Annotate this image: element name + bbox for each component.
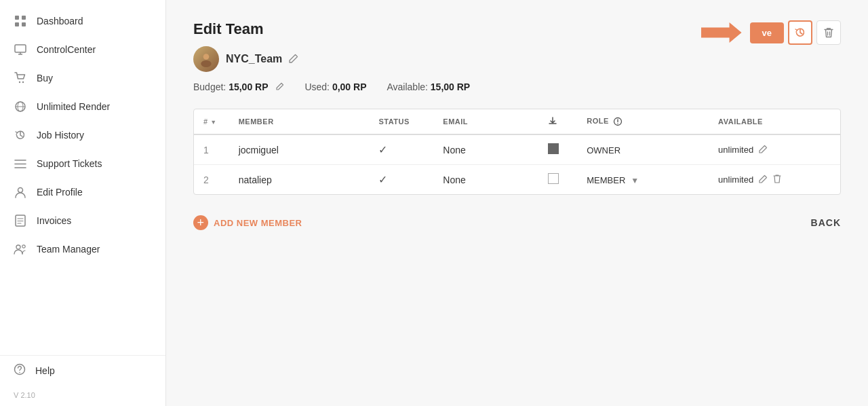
top-right-actions: ve xyxy=(701,20,841,45)
col-header-num[interactable]: # ▼ xyxy=(194,109,229,134)
budget-row: Budget: 15,00 RP Used: 0,00 RP Available… xyxy=(193,81,841,92)
row2-available: unlimited xyxy=(709,165,840,195)
svg-point-19 xyxy=(618,123,618,124)
row2-role-dropdown[interactable]: ▼ xyxy=(631,176,639,185)
sidebar-item-label-control-center: ControlCenter xyxy=(37,44,96,55)
sidebar: Dashboard ControlCenter Buy xyxy=(0,0,166,406)
row1-available-value: unlimited xyxy=(718,145,753,155)
history-btn-icon xyxy=(794,26,806,39)
row2-num: 2 xyxy=(194,165,229,195)
plus-circle-icon: + xyxy=(193,215,208,230)
used-value: 0,00 RP xyxy=(332,81,367,92)
team-avatar xyxy=(193,46,219,72)
col-header-email: EMAIL xyxy=(433,109,538,134)
table-header-row: # ▼ MEMBER STATUS EMAIL ROLE xyxy=(194,109,840,134)
list-icon xyxy=(14,157,27,170)
version-label: V 2.10 xyxy=(0,388,165,406)
svg-point-17 xyxy=(201,60,211,67)
row2-delete-icon[interactable] xyxy=(773,174,781,185)
add-member-button[interactable]: + ADD NEW MEMBER xyxy=(193,215,302,230)
used-label: Used: 0,00 RP xyxy=(304,81,366,92)
diamond-icon xyxy=(14,100,27,113)
save-button[interactable]: ve xyxy=(750,22,784,43)
back-button[interactable]: BACK xyxy=(811,217,841,228)
row2-status: ✓ xyxy=(369,165,433,195)
row1-color-box xyxy=(548,143,559,154)
svg-point-13 xyxy=(22,245,25,248)
sidebar-item-unlimited-render[interactable]: Unlimited Render xyxy=(0,92,165,121)
budget-label: Budget: 15,00 RP xyxy=(193,81,284,92)
team-icon xyxy=(14,242,27,256)
svg-point-6 xyxy=(22,81,24,83)
main-content: ve Edit Team NYC_Team xyxy=(166,0,868,406)
sidebar-item-team-manager[interactable]: Team Manager xyxy=(0,235,165,263)
svg-rect-0 xyxy=(15,16,19,20)
col-header-role: ROLE xyxy=(577,109,709,134)
sidebar-item-label-dashboard: Dashboard xyxy=(37,16,83,26)
history-button[interactable] xyxy=(788,20,812,45)
sidebar-item-control-center[interactable]: ControlCenter xyxy=(0,35,165,64)
row1-member: jocmiguel xyxy=(229,134,370,165)
row2-check-icon: ✓ xyxy=(378,174,387,185)
sidebar-item-label-team-manager: Team Manager xyxy=(37,244,100,255)
row2-role-label: MEMBER xyxy=(587,175,625,185)
row2-download xyxy=(538,165,577,195)
svg-rect-4 xyxy=(15,45,26,52)
row1-status: ✓ xyxy=(369,134,433,165)
team-name: NYC_Team xyxy=(226,53,282,65)
sidebar-item-label-edit-profile: Edit Profile xyxy=(37,187,83,198)
sidebar-item-support-tickets[interactable]: Support Tickets xyxy=(0,149,165,178)
col-header-download xyxy=(538,109,577,134)
sidebar-item-invoices[interactable]: Invoices xyxy=(0,206,165,235)
svg-rect-2 xyxy=(15,22,19,26)
sidebar-item-edit-profile[interactable]: Edit Profile xyxy=(0,178,165,206)
sidebar-item-label-buy: Buy xyxy=(37,73,53,84)
grid-icon xyxy=(14,14,27,28)
trash-icon xyxy=(824,27,833,38)
table-row: 2 nataliep ✓ None MEMBER ▼ xyxy=(194,165,840,195)
row1-download xyxy=(538,134,577,165)
svg-point-10 xyxy=(18,188,23,193)
row2-edit-icon[interactable] xyxy=(759,174,768,185)
sidebar-item-job-history[interactable]: Job History xyxy=(0,121,165,149)
person-icon xyxy=(14,185,27,199)
sidebar-item-label-job-history: Job History xyxy=(37,130,84,141)
col-header-status: STATUS xyxy=(369,109,433,134)
budget-value: 15,00 RP xyxy=(229,81,268,92)
svg-point-15 xyxy=(19,372,20,373)
members-table: # ▼ MEMBER STATUS EMAIL ROLE xyxy=(194,109,840,194)
row2-role: MEMBER ▼ xyxy=(577,165,709,195)
row1-edit-icon[interactable] xyxy=(759,145,768,155)
cart-icon xyxy=(14,71,27,85)
svg-point-5 xyxy=(19,81,20,83)
row2-email: None xyxy=(433,165,538,195)
row1-role: OWNER xyxy=(577,134,709,165)
svg-point-16 xyxy=(203,54,210,60)
row1-role-label: OWNER xyxy=(587,145,620,155)
sidebar-item-label-support-tickets: Support Tickets xyxy=(37,158,102,169)
row1-available: unlimited xyxy=(709,134,840,165)
row2-available-value: unlimited xyxy=(718,174,753,185)
svg-rect-1 xyxy=(22,16,26,20)
monitor-icon xyxy=(14,43,27,56)
svg-rect-3 xyxy=(22,22,26,26)
delete-team-button[interactable] xyxy=(816,20,841,45)
sidebar-item-label-unlimited-render: Unlimited Render xyxy=(37,101,110,112)
sidebar-help-label: Help xyxy=(35,365,55,376)
svg-point-12 xyxy=(16,245,20,249)
col-header-member: MEMBER xyxy=(229,109,370,134)
sidebar-item-dashboard[interactable]: Dashboard xyxy=(0,7,165,35)
available-value: 15,00 RP xyxy=(431,81,470,92)
edit-budget-icon[interactable] xyxy=(273,83,284,92)
available-label: Available: 15,00 RP xyxy=(387,81,470,92)
sidebar-item-label-invoices: Invoices xyxy=(37,215,71,226)
invoice-icon xyxy=(14,214,27,227)
col-header-available: AVAILABLE xyxy=(709,109,840,134)
table-row: 1 jocmiguel ✓ None OWNER unlimited xyxy=(194,134,840,165)
row1-num: 1 xyxy=(194,134,229,165)
sidebar-item-buy[interactable]: Buy xyxy=(0,64,165,92)
arrow-annotation xyxy=(701,22,742,43)
row1-check-icon: ✓ xyxy=(378,144,387,155)
edit-team-name-icon[interactable] xyxy=(289,54,298,65)
sidebar-item-help[interactable]: Help xyxy=(0,355,165,385)
